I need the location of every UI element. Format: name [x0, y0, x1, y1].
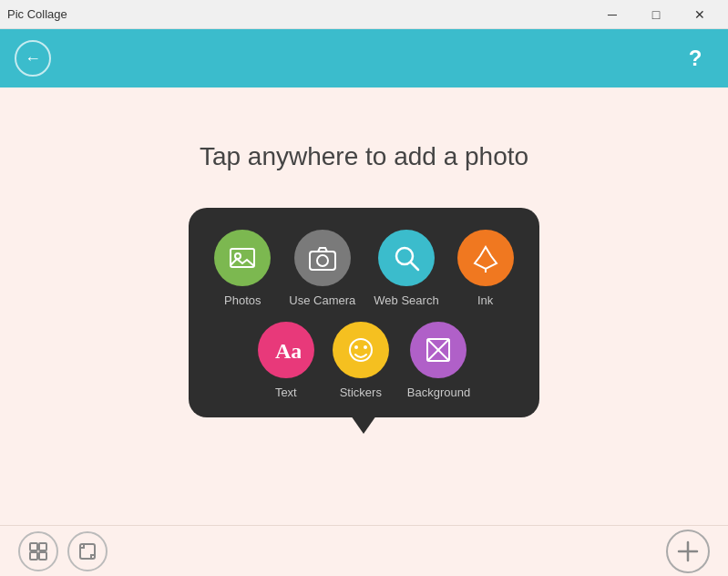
header: ← ? [0, 29, 728, 87]
title-bar: Pic Collage ─ □ ✕ [0, 0, 728, 29]
menu-item-text[interactable]: Aa Text [258, 322, 314, 399]
ink-label: Ink [477, 293, 493, 307]
photos-icon [214, 230, 271, 286]
svg-point-11 [364, 345, 367, 349]
camera-label: Use Camera [289, 293, 355, 307]
svg-text:Aa: Aa [275, 339, 301, 363]
bottom-left-controls [18, 531, 108, 571]
text-label: Text [275, 386, 297, 399]
grid-layout-button[interactable] [18, 531, 58, 571]
menu-item-photos[interactable]: Photos [214, 230, 271, 307]
web-search-label: Web Search [374, 293, 438, 307]
add-button[interactable] [666, 530, 710, 573]
background-icon [410, 322, 467, 378]
svg-marker-6 [475, 247, 497, 269]
minimize-button[interactable]: ─ [591, 0, 633, 29]
text-icon: Aa [258, 322, 314, 378]
photos-label: Photos [224, 293, 261, 307]
bottom-toolbar [0, 525, 728, 576]
menu-item-web-search[interactable]: Web Search [374, 230, 438, 307]
close-button[interactable]: ✕ [679, 0, 721, 29]
menu-row-1: Photos Use Camera [214, 230, 513, 307]
back-button[interactable]: ← [15, 40, 51, 77]
app-title: Pic Collage [7, 7, 67, 21]
stickers-label: Stickers [340, 386, 382, 399]
window-controls: ─ □ ✕ [591, 0, 721, 29]
menu-item-use-camera[interactable]: Use Camera [289, 230, 355, 307]
stickers-icon [333, 322, 389, 378]
svg-point-1 [235, 253, 241, 259]
svg-rect-18 [39, 552, 46, 560]
main-content: Tap anywhere to add a photo Photos [0, 87, 728, 525]
menu-row-2: Aa Text Stickers [258, 322, 470, 399]
action-menu: Photos Use Camera [189, 208, 538, 417]
web-search-icon [378, 230, 435, 286]
svg-rect-19 [80, 544, 95, 559]
menu-item-stickers[interactable]: Stickers [333, 322, 389, 399]
crop-button[interactable] [67, 531, 108, 571]
help-button[interactable]: ? [677, 40, 713, 77]
svg-rect-15 [30, 543, 37, 550]
menu-item-ink[interactable]: Ink [457, 230, 514, 307]
svg-point-10 [354, 345, 358, 349]
background-label: Background [407, 386, 470, 399]
camera-icon [294, 230, 351, 286]
menu-item-background[interactable]: Background [407, 322, 470, 399]
svg-point-3 [317, 255, 328, 266]
ink-icon [457, 230, 514, 286]
svg-rect-17 [30, 552, 37, 560]
svg-rect-16 [39, 543, 46, 550]
maximize-button[interactable]: □ [635, 0, 677, 29]
svg-line-5 [411, 262, 418, 270]
tap-instruction: Tap anywhere to add a photo [200, 142, 528, 171]
